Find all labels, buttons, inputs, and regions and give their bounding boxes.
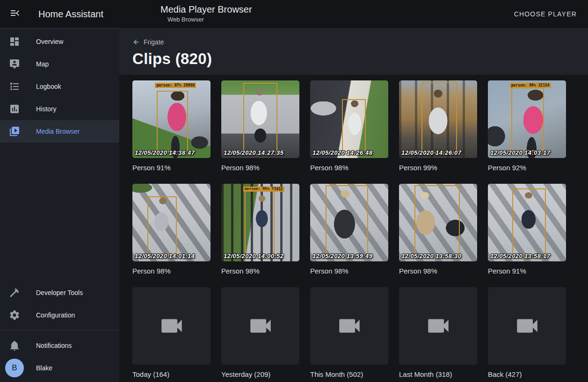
media-browser-header: Frigate Clips (820) (119, 28, 588, 75)
detection-bounding-box (147, 196, 177, 255)
clip-timestamp: 12/05/2020 14:26:48 (312, 149, 372, 156)
sidebar-item-map[interactable]: Map (0, 53, 119, 75)
detection-bounding-box (421, 82, 457, 153)
breadcrumb-back-frigate[interactable]: Frigate (132, 38, 164, 46)
folder-item-this-month[interactable]: This Month (502) (310, 287, 388, 380)
clip-item[interactable]: 12/05/2020 14:26:07 Person 99% (399, 80, 477, 173)
detection-bounding-box (512, 188, 546, 257)
sidebar-item-media-browser[interactable]: Media Browser (0, 120, 119, 143)
clip-caption: Person 92% (488, 163, 566, 173)
folder-item-today[interactable]: Today (164) (132, 287, 211, 380)
clip-thumbnail[interactable]: 12/05/2020 13:59:49 (310, 184, 388, 261)
folder-thumbnail[interactable] (488, 287, 566, 365)
clip-item[interactable]: 12/05/2020 13:58:17 Person 91% (488, 184, 566, 276)
clip-thumbnail[interactable]: 12/05/2020 13:58:30 (399, 184, 477, 261)
sidebar-item-label: Notifications (36, 342, 72, 349)
folder-thumbnail[interactable] (221, 287, 299, 365)
sidebar-item-label: Configuration (36, 311, 75, 319)
avatar: B (5, 359, 24, 377)
clip-caption: Person 98% (221, 266, 299, 276)
detection-bounding-box (157, 91, 188, 152)
sidebar-item-notifications[interactable]: Notifications (0, 334, 119, 357)
sidebar: Overview Map Logbook History (0, 28, 119, 382)
bulleted-list-icon (9, 81, 20, 92)
clip-caption: Person 98% (221, 163, 299, 173)
sidebar-toggle-button[interactable] (4, 3, 26, 25)
clips-grid: person: 97% 29988 12/05/2020 14:38:47 Pe… (119, 75, 588, 382)
clip-thumbnail[interactable]: person: 96% 32154 12/05/2020 14:03:17 (488, 80, 566, 158)
clip-item[interactable]: 12/05/2020 13:59:49 Person 98% (310, 184, 388, 276)
sidebar-item-user-profile[interactable]: B Blake (0, 357, 119, 379)
clip-caption: Person 98% (310, 266, 388, 276)
clip-item[interactable]: person: 95% 23432 12/05/2020 14:00:52 Pe… (221, 184, 299, 276)
clip-thumbnail[interactable]: 12/05/2020 14:26:07 (399, 80, 477, 158)
panel-title: Media Player Browser (160, 4, 252, 15)
play-box-multiple-icon (9, 126, 20, 137)
sidebar-bottom: Developer Tools Configuration Notificati… (0, 281, 119, 382)
clip-thumbnail[interactable]: person: 95% 23432 12/05/2020 14:00:52 (221, 184, 299, 261)
media-browser-panel: Frigate Clips (820) person: 97% 29988 12… (119, 28, 588, 382)
video-icon (158, 312, 185, 339)
folder-thumbnail[interactable] (399, 287, 477, 365)
clip-caption: Person 98% (399, 266, 477, 276)
sidebar-item-logbook[interactable]: Logbook (0, 75, 119, 98)
clip-timestamp: 12/05/2020 14:00:52 (224, 252, 283, 259)
detection-bounding-box (342, 99, 365, 152)
folder-thumbnail[interactable] (132, 287, 211, 365)
sidebar-item-label: History (36, 105, 57, 113)
sidebar-item-label: Logbook (36, 83, 61, 90)
folder-label: This Month (502) (310, 369, 388, 380)
video-icon (247, 312, 274, 339)
clip-item[interactable]: person: 96% 32154 12/05/2020 14:03:17 Pe… (488, 80, 566, 173)
clip-item[interactable]: 12/05/2020 14:27:35 Person 98% (221, 80, 299, 173)
clip-item[interactable]: 12/05/2020 13:58:30 Person 98% (399, 184, 477, 276)
folder-item-yesterday[interactable]: Yesterday (209) (221, 287, 299, 380)
folder-label: Last Month (318) (399, 369, 477, 380)
clip-timestamp: 12/05/2020 14:38:47 (135, 149, 195, 156)
page-title: Clips (820) (132, 50, 588, 68)
clip-item[interactable]: 12/05/2020 14:26:48 Person 98% (310, 80, 388, 173)
detection-bounding-box (414, 185, 460, 257)
folder-label: Yesterday (209) (221, 369, 299, 380)
folder-label: Back (427) (488, 369, 566, 380)
breadcrumb-label: Frigate (144, 38, 164, 46)
clip-timestamp: 12/05/2020 14:03:17 (490, 149, 550, 156)
sidebar-item-overview[interactable]: Overview (0, 30, 119, 53)
sidebar-item-configuration[interactable]: Configuration (0, 304, 119, 326)
folder-item-back[interactable]: Back (427) (488, 287, 566, 380)
clip-caption: Person 98% (310, 163, 388, 173)
sidebar-item-developer-tools[interactable]: Developer Tools (0, 281, 119, 304)
panel-subtitle: Web Browser (167, 16, 252, 23)
clip-item[interactable]: person: 97% 29988 12/05/2020 14:38:47 Pe… (132, 80, 211, 173)
clip-item[interactable]: 12/05/2020 14:01:14 Person 98% (132, 184, 211, 276)
clip-timestamp: 12/05/2020 14:27:35 (224, 149, 283, 156)
choose-player-button[interactable]: CHOOSE PLAYER (510, 0, 581, 28)
clip-thumbnail[interactable]: person: 97% 29988 12/05/2020 14:38:47 (132, 80, 211, 158)
hammer-icon (9, 287, 20, 298)
detection-bounding-box (511, 87, 544, 151)
view-dashboard-icon (9, 36, 20, 47)
clip-timestamp: 12/05/2020 13:59:49 (312, 252, 372, 259)
clip-thumbnail[interactable]: 12/05/2020 13:58:17 (488, 184, 566, 261)
clip-caption: Person 91% (132, 163, 211, 173)
clip-thumbnail[interactable]: 12/05/2020 14:26:48 (310, 80, 388, 158)
clip-caption: Person 91% (488, 266, 566, 276)
menu-open-icon (9, 7, 21, 21)
video-icon (425, 312, 452, 339)
video-icon (336, 312, 363, 339)
detection-bounding-box (243, 83, 277, 155)
chart-box-icon (9, 103, 20, 115)
clip-thumbnail[interactable]: 12/05/2020 14:27:35 (221, 80, 299, 158)
detection-bounding-box (245, 190, 274, 257)
folder-thumbnail[interactable] (310, 287, 388, 365)
clip-thumbnail[interactable]: 12/05/2020 14:01:14 (132, 184, 211, 261)
account-marker-icon (9, 58, 20, 70)
sidebar-item-label: Media Browser (36, 128, 80, 135)
user-name-label: Blake (36, 364, 52, 372)
arrow-left-icon (132, 38, 140, 46)
bell-icon (9, 340, 20, 351)
panel-header: Media Player Browser Web Browser (160, 4, 252, 23)
folder-item-last-month[interactable]: Last Month (318) (399, 287, 477, 380)
sidebar-item-history[interactable]: History (0, 98, 119, 120)
sidebar-item-label: Overview (36, 38, 63, 45)
